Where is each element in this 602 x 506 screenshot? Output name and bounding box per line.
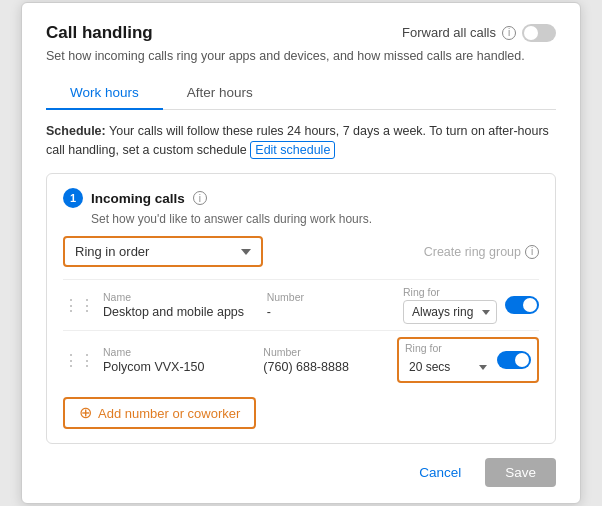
incoming-calls-section: 1 Incoming calls i Set how you'd like to…	[46, 173, 556, 444]
ring-mode-select[interactable]: Ring in order Ring simultaneously	[63, 236, 263, 267]
section-header: 1 Incoming calls i	[63, 188, 539, 208]
device-ringfor-0: Ring for Always ring 10 secs 20 secs 30 …	[403, 286, 539, 324]
forward-all-container: Forward all calls i	[402, 24, 556, 42]
device-toggle-0[interactable]	[505, 296, 539, 314]
plus-icon: ⊕	[79, 405, 92, 421]
forward-all-info-icon[interactable]: i	[502, 26, 516, 40]
drag-handle-0[interactable]: ⋮⋮	[63, 296, 95, 315]
ring-for-select-1[interactable]: Always ring 10 secs 20 secs 30 secs	[405, 356, 489, 378]
edit-schedule-link[interactable]: Edit schedule	[250, 141, 335, 159]
forward-all-label: Forward all calls	[402, 25, 496, 40]
section-desc: Set how you'd like to answer calls durin…	[91, 212, 539, 226]
section-title: Incoming calls	[91, 191, 185, 206]
create-ring-group: Create ring group i	[424, 245, 539, 259]
device-row-0: ⋮⋮ Name Desktop and mobile apps Number -…	[63, 279, 539, 330]
ring-for-select-0[interactable]: Always ring 10 secs 20 secs 30 secs	[403, 300, 497, 324]
add-number-button[interactable]: ⊕ Add number or coworker	[63, 397, 256, 429]
section-number: 1	[63, 188, 83, 208]
tab-after-hours[interactable]: After hours	[163, 77, 277, 110]
save-button[interactable]: Save	[485, 458, 556, 487]
device-name-0: Name Desktop and mobile apps	[103, 291, 267, 319]
modal-footer: Cancel Save	[46, 458, 556, 487]
device-name-1: Name Polycom VVX-150	[103, 346, 263, 374]
device-number-1: Number (760) 688-8888	[263, 346, 397, 374]
device-toggle-1[interactable]	[497, 351, 531, 369]
drag-handle-1[interactable]: ⋮⋮	[63, 351, 95, 370]
device-number-0: Number -	[267, 291, 403, 319]
device-ringfor-1: Ring for Always ring 10 secs 20 secs 30 …	[397, 337, 539, 383]
ring-group-info-icon[interactable]: i	[525, 245, 539, 259]
device-row-1: ⋮⋮ Name Polycom VVX-150 Number (760) 688…	[63, 330, 539, 389]
modal-subtitle: Set how incoming calls ring your apps an…	[46, 49, 556, 63]
ring-mode-row: Ring in order Ring simultaneously Create…	[63, 236, 539, 267]
tabs-container: Work hours After hours	[46, 77, 556, 110]
section-info-icon[interactable]: i	[193, 191, 207, 205]
modal-header: Call handling Forward all calls i	[46, 23, 556, 43]
forward-all-toggle[interactable]	[522, 24, 556, 42]
call-handling-modal: Call handling Forward all calls i Set ho…	[21, 2, 581, 505]
tab-work-hours[interactable]: Work hours	[46, 77, 163, 110]
schedule-text: Schedule: Your calls will follow these r…	[46, 122, 556, 160]
add-button-label: Add number or coworker	[98, 406, 240, 421]
ring-for-highlighted-box: Ring for Always ring 10 secs 20 secs 30 …	[397, 337, 539, 383]
modal-title: Call handling	[46, 23, 153, 43]
cancel-button[interactable]: Cancel	[405, 458, 475, 487]
